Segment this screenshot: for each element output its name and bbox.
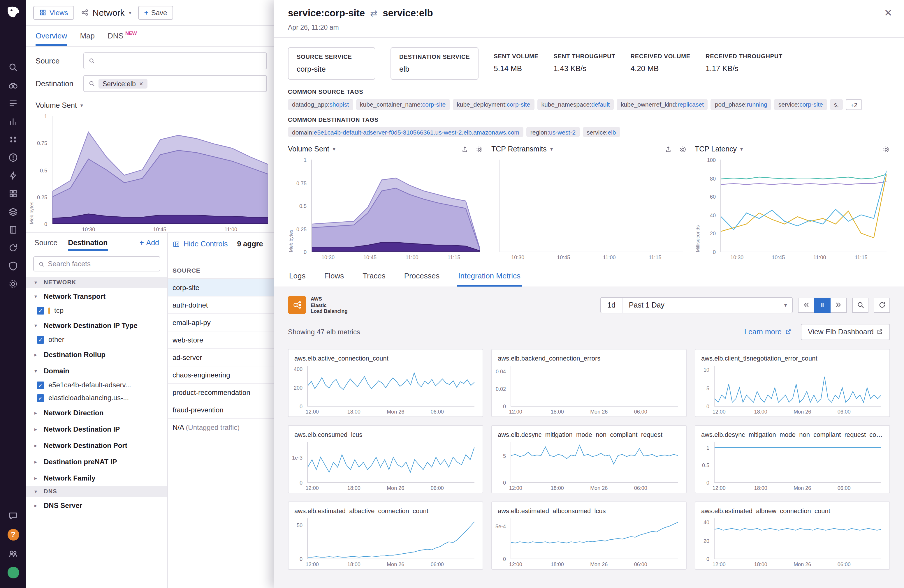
table-row[interactable]: ad-server <box>168 349 274 366</box>
tag-pill[interactable]: kube_deployment:corp-site <box>453 99 534 110</box>
view-elb-dashboard-button[interactable]: View Elb Dashboard <box>801 324 890 340</box>
metric-chart[interactable]: 00.020.0412:0018:00Mon 2606:00 <box>493 363 681 415</box>
facet-option-domain-1[interactable]: ✓e5e1ca4b-default-adserv... <box>26 378 167 391</box>
metrics-icon[interactable] <box>8 117 18 126</box>
table-row[interactable]: auth-dotnet <box>168 296 274 314</box>
facet-network-destination-port[interactable]: ▸Network Destination Port <box>26 437 167 453</box>
facet-group-network[interactable]: ▾ NETWORK <box>26 277 167 288</box>
apm-icon[interactable] <box>8 207 18 217</box>
metric-card[interactable]: aws.elb.estimated_albactive_connection_c… <box>288 501 483 570</box>
facet-destination-rollup[interactable]: ▸Destination Rollup <box>26 346 167 362</box>
time-range-select[interactable]: 1d Past 1 Day ▾ <box>601 297 793 314</box>
incidents-icon[interactable] <box>8 171 18 181</box>
tab-map[interactable]: Map <box>80 26 95 46</box>
tag-pill[interactable]: kube_namespace:default <box>537 99 614 110</box>
integrations-icon[interactable] <box>8 189 18 199</box>
column-header-source[interactable]: SOURCE <box>168 262 274 279</box>
tag-pill[interactable]: region:us-west-2 <box>526 127 580 137</box>
filter-pill-service-elb[interactable]: Service:elb × <box>98 79 147 88</box>
facet-destination-prenat-ip[interactable]: ▸Destination preNAT IP <box>26 453 167 470</box>
destination-search-input[interactable]: Service:elb × <box>83 75 267 92</box>
metric-card[interactable]: aws.elb.desync_mitigation_mode_non_compl… <box>695 425 890 493</box>
tag-pill-truncated[interactable]: s. <box>830 99 843 110</box>
stat-source-service[interactable]: SOURCE SERVICEcorp-site <box>288 47 375 80</box>
learn-more-link[interactable]: Learn more <box>744 328 792 336</box>
metric-chart[interactable]: 05e-412:0018:00Mon 2606:00 <box>493 515 681 568</box>
infrastructure-icon[interactable] <box>8 134 18 145</box>
facet-network-family[interactable]: ▸Network Family <box>26 470 167 486</box>
metric-card[interactable]: aws.elb.active_connection_count020040012… <box>288 349 483 417</box>
views-button[interactable]: Views <box>33 6 74 19</box>
facet-network-transport[interactable]: ▾Network Transport <box>26 288 167 304</box>
chart-title[interactable]: TCP Retransmits <box>492 145 547 153</box>
organization-icon[interactable] <box>8 549 18 558</box>
add-facet-button[interactable]: +Add <box>140 239 159 251</box>
tag-pill[interactable]: kube_ownerref_kind:replicaset <box>616 99 708 110</box>
metric-card[interactable]: aws.elb.backend_connection_errors00.020.… <box>492 349 687 417</box>
facet-domain[interactable]: ▾Domain <box>26 362 167 378</box>
metric-chart[interactable]: 0512:0018:00Mon 2606:00 <box>493 439 681 491</box>
table-row[interactable]: product-recommendation <box>168 384 274 401</box>
tab-traces[interactable]: Traces <box>361 265 387 287</box>
tag-pill[interactable]: service:elb <box>583 127 620 137</box>
security-icon[interactable] <box>8 261 18 271</box>
synthetics-icon[interactable] <box>8 243 18 253</box>
user-avatar[interactable] <box>7 566 19 578</box>
stat-destination-service[interactable]: DESTINATION SERVICEelb <box>390 47 479 80</box>
facet-option-tcp[interactable]: ✓tcp <box>26 304 167 317</box>
volume-sent-chart[interactable]: Mebibytes00.250.50.75110:3010:4511:00 <box>28 113 272 232</box>
close-icon[interactable]: ✕ <box>884 7 893 19</box>
table-row[interactable]: web-store <box>168 331 274 349</box>
table-row-untagged[interactable]: N/A (Untagged traffic) <box>168 419 274 436</box>
facet-network-destination-ip-type[interactable]: ▾Network Destination IP Type <box>26 317 167 333</box>
export-icon[interactable] <box>664 145 672 153</box>
chart-title[interactable]: Volume Sent <box>288 145 329 153</box>
watchdog-icon[interactable] <box>8 80 18 90</box>
table-row[interactable]: chaos-engineering <box>168 366 274 384</box>
tab-processes[interactable]: Processes <box>403 265 441 287</box>
tab-integration-metrics[interactable]: Integration Metrics <box>457 265 522 287</box>
gear-icon[interactable] <box>476 145 483 153</box>
refresh-button[interactable] <box>874 298 890 313</box>
metric-chart[interactable]: 020040012:0018:00Mon 2606:00 <box>290 363 478 415</box>
notebooks-icon[interactable] <box>8 225 18 235</box>
tag-pill[interactable]: pod_phase:running <box>711 99 771 110</box>
chat-icon[interactable] <box>8 511 18 520</box>
tag-pill[interactable]: domain:e5e1ca4b-default-adserver-f0d5-31… <box>288 127 523 137</box>
logs-icon[interactable] <box>8 98 18 108</box>
table-row[interactable]: email-api-py <box>168 314 274 331</box>
checkbox-checked-icon[interactable]: ✓ <box>37 381 44 389</box>
tag-pill[interactable]: service:corp-site <box>774 99 827 110</box>
chevron-down-icon[interactable]: ▾ <box>129 9 131 16</box>
facet-option-other[interactable]: ✓other <box>26 333 167 346</box>
metric-chart[interactable]: 05012:0018:00Mon 2606:00 <box>290 515 478 568</box>
monitors-icon[interactable] <box>8 153 18 162</box>
metric-chart[interactable]: 0204012:0018:00Mon 2606:00 <box>697 515 885 568</box>
tab-logs[interactable]: Logs <box>288 265 307 287</box>
zoom-button[interactable] <box>852 298 868 313</box>
tcp-retransmits-chart[interactable]: 10:3010:4511:0011:15 <box>492 157 687 260</box>
step-forward-button[interactable] <box>831 298 847 313</box>
metric-card[interactable]: aws.elb.client_tlsnegotiation_error_coun… <box>695 349 890 417</box>
metric-chart[interactable]: 00.5112:0018:00Mon 2606:00 <box>697 439 885 491</box>
tab-flows[interactable]: Flows <box>323 265 345 287</box>
metric-card[interactable]: aws.elb.estimated_albnew_connection_coun… <box>695 501 890 570</box>
checkbox-checked-icon[interactable]: ✓ <box>37 307 44 314</box>
tab-overview[interactable]: Overview <box>36 26 67 46</box>
table-row[interactable]: corp-site <box>168 279 274 296</box>
search-icon[interactable] <box>8 62 18 72</box>
gear-icon[interactable] <box>679 145 687 153</box>
tab-dns[interactable]: DNSNEW <box>107 26 137 46</box>
more-tags-pill[interactable]: +2 <box>846 99 862 110</box>
facet-tab-source[interactable]: Source <box>35 239 57 251</box>
gear-icon[interactable] <box>882 145 890 153</box>
facet-group-dns[interactable]: ▾ DNS <box>26 486 167 497</box>
metric-card[interactable]: aws.elb.estimated_albconsumed_lcus05e-41… <box>492 501 687 570</box>
settings-gear-icon[interactable] <box>8 279 18 289</box>
metric-chart[interactable]: 01e-312:0018:00Mon 2606:00 <box>290 439 478 491</box>
tag-pill[interactable]: kube_container_name:corp-site <box>356 99 450 110</box>
facet-dns-server[interactable]: ▸DNS Server <box>26 497 167 513</box>
facet-network-destination-ip[interactable]: ▸Network Destination IP <box>26 421 167 437</box>
help-icon[interactable]: ? <box>7 528 19 540</box>
source-search-input[interactable] <box>83 52 267 69</box>
